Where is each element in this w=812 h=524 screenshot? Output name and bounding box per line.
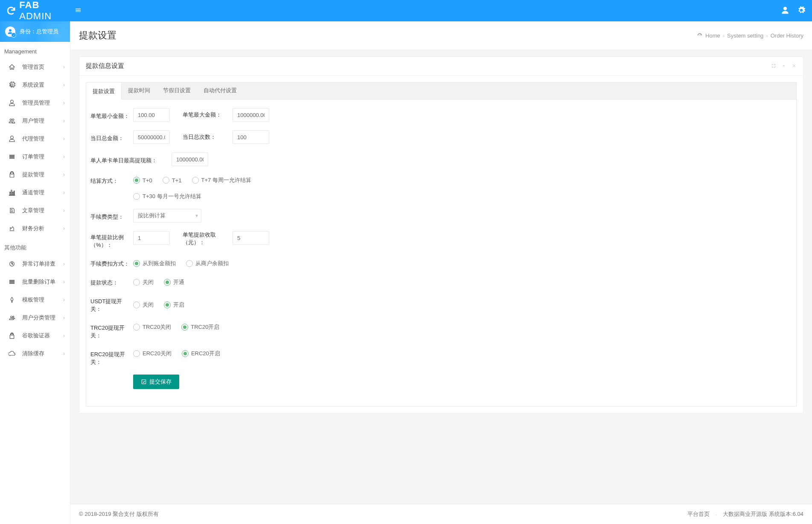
footer-link-home[interactable]: 平台首页: [687, 510, 710, 518]
radio-group-erc20-switch: ERC20关闭ERC20开启: [133, 348, 220, 357]
finance-analysis-icon: [9, 225, 15, 232]
input-min-single[interactable]: [133, 108, 170, 122]
chevron-right-icon: ›: [63, 154, 65, 160]
sidebar-item-dashboard[interactable]: 管理首页›: [0, 58, 70, 76]
sidebar-item-label: 文章管理: [22, 207, 44, 214]
radio-dot-icon: [164, 302, 171, 308]
radio-dot-icon: [133, 177, 140, 184]
sidebar-item-label: 用户分类管理: [22, 314, 55, 322]
sidebar-item-clear-cache[interactable]: 清除缓存›: [0, 345, 70, 363]
radio-trc20-0[interactable]: TRC20关闭: [133, 323, 171, 331]
system-settings-icon: [9, 82, 15, 89]
menu-section-other: 其他功能: [0, 237, 70, 255]
card-title: 提款信息设置: [86, 62, 124, 70]
main-content: 提款设置 Home › System setting › Order Histo…: [70, 21, 812, 524]
sidebar-item-channel-mgmt[interactable]: 通道管理›: [0, 184, 70, 202]
input-max-single[interactable]: [233, 108, 269, 122]
radio-label: TRC20关闭: [143, 323, 171, 331]
radio-status-0[interactable]: 关闭: [133, 278, 154, 286]
sidebar-item-user-category[interactable]: 用户分类管理›: [0, 309, 70, 327]
sidebar-item-admin-mgmt[interactable]: 管理员管理›: [0, 94, 70, 112]
label-trc20-switch: TRC20提现开关：: [90, 322, 133, 340]
sidebar-item-abnormal-orders[interactable]: 异常订单排查›: [0, 255, 70, 273]
radio-group-withdraw-status: 关闭开通: [133, 277, 184, 286]
input-card-max[interactable]: [172, 152, 208, 166]
card-collapse-button[interactable]: [781, 63, 786, 70]
sidebar: 身份：总管理员 Management 管理首页›系统设置›管理员管理›用户管理›…: [0, 21, 70, 524]
select-fee-type[interactable]: 按比例计算 ▾: [133, 209, 201, 222]
page-title: 提款设置: [79, 29, 116, 42]
sidebar-item-article-mgmt[interactable]: 文章管理›: [0, 202, 70, 220]
expand-icon: [771, 63, 776, 68]
sidebar-toggle-button[interactable]: [75, 7, 81, 15]
sidebar-item-label: 订单管理: [22, 153, 44, 161]
input-single-ratio[interactable]: [133, 231, 170, 245]
radio-settle-1[interactable]: T+1: [163, 176, 182, 184]
radio-dot-icon: [181, 324, 188, 331]
radio-settle-3[interactable]: T+30 每月一号允许结算: [133, 193, 201, 200]
submit-button[interactable]: 提交保存: [133, 375, 179, 389]
radio-dot-icon: [133, 193, 140, 200]
label-fee-type: 手续费类型：: [90, 211, 133, 221]
label-settle-mode: 结算方式：: [90, 175, 133, 185]
sidebar-item-agent-mgmt[interactable]: 代理管理›: [0, 130, 70, 148]
radio-erc20-1[interactable]: ERC20开启: [182, 350, 220, 357]
radio-usdt-1[interactable]: 开启: [164, 301, 184, 309]
radio-settle-0[interactable]: T+0: [133, 176, 152, 184]
radio-erc20-0[interactable]: ERC20关闭: [133, 350, 172, 357]
breadcrumb-system[interactable]: System setting: [727, 32, 763, 39]
user-menu-button[interactable]: [781, 6, 789, 16]
sidebar-item-template-mgmt[interactable]: 模板管理›: [0, 291, 70, 309]
input-day-total[interactable]: [133, 130, 170, 144]
radio-label: T+30 每月一号允许结算: [143, 193, 201, 200]
tab-3[interactable]: 自动代付设置: [197, 82, 243, 99]
radio-dot-icon: [133, 260, 140, 267]
sidebar-item-user-mgmt[interactable]: 用户管理›: [0, 112, 70, 130]
radio-deduct-1[interactable]: 从商户余额扣: [186, 260, 229, 267]
chevron-right-icon: ›: [63, 64, 65, 70]
radio-dot-icon: [163, 177, 169, 184]
chevron-right-icon: ›: [63, 172, 65, 178]
breadcrumb-home[interactable]: Home: [705, 32, 720, 39]
chevron-right-icon: ›: [63, 100, 65, 106]
sidebar-item-finance-analysis[interactable]: 财务分析›: [0, 220, 70, 237]
sidebar-item-google-auth[interactable]: 谷歌验证器›: [0, 327, 70, 345]
radio-deduct-0[interactable]: 从到账金额扣: [133, 260, 176, 267]
settings-button[interactable]: [797, 6, 806, 16]
sidebar-item-label: 代理管理: [22, 135, 44, 143]
card-close-button[interactable]: [792, 63, 797, 70]
radio-usdt-0[interactable]: 关闭: [133, 301, 154, 309]
radio-dot-icon: [133, 324, 140, 331]
tab-1[interactable]: 提款时间: [122, 82, 157, 99]
radio-label: 开启: [173, 301, 184, 309]
sidebar-item-withdraw-mgmt[interactable]: 提款管理›: [0, 166, 70, 184]
breadcrumb: Home › System setting › Order History: [697, 32, 803, 39]
radio-group-fee-deduct: 从到账金额扣从商户余额扣: [133, 258, 229, 267]
label-card-max: 单人单卡单日最高提现额：: [90, 154, 172, 164]
radio-settle-2[interactable]: T+7 每周一允许结算: [192, 176, 251, 184]
input-day-count[interactable]: [233, 130, 269, 144]
brand[interactable]: FAB ADMIN: [6, 0, 70, 22]
chevron-down-icon: ▾: [195, 213, 198, 219]
withdraw-mgmt-icon: [9, 171, 15, 179]
radio-label: ERC20开启: [191, 350, 220, 357]
label-withdraw-status: 提款状态：: [90, 276, 133, 287]
label-max-single: 单笔最大金额：: [183, 111, 222, 119]
radio-trc20-1[interactable]: TRC20开启: [181, 323, 219, 331]
tab-0[interactable]: 提款设置: [86, 82, 122, 100]
tab-2[interactable]: 节假日设置: [157, 82, 197, 99]
radio-label: TRC20开启: [191, 323, 219, 331]
identity-label: 身份：总管理员: [20, 28, 58, 35]
sidebar-item-bulk-delete-orders[interactable]: 批量删除订单›: [0, 273, 70, 291]
radio-label: T+7 每周一允许结算: [201, 176, 251, 184]
sidebar-item-system-settings[interactable]: 系统设置›: [0, 76, 70, 94]
card-expand-button[interactable]: [771, 63, 776, 70]
footer: © 2018-2019 聚合支付 版权所有 平台首页 · 大数据商业开源版 系统…: [70, 504, 812, 524]
label-day-count: 当日总次数：: [183, 133, 222, 141]
sidebar-item-order-mgmt[interactable]: 订单管理›: [0, 148, 70, 166]
radio-status-1[interactable]: 开通: [164, 278, 184, 286]
input-single-fee[interactable]: [233, 231, 269, 245]
agent-mgmt-icon: [9, 135, 15, 143]
footer-sep: ·: [716, 511, 717, 518]
radio-dot-icon: [186, 260, 193, 267]
